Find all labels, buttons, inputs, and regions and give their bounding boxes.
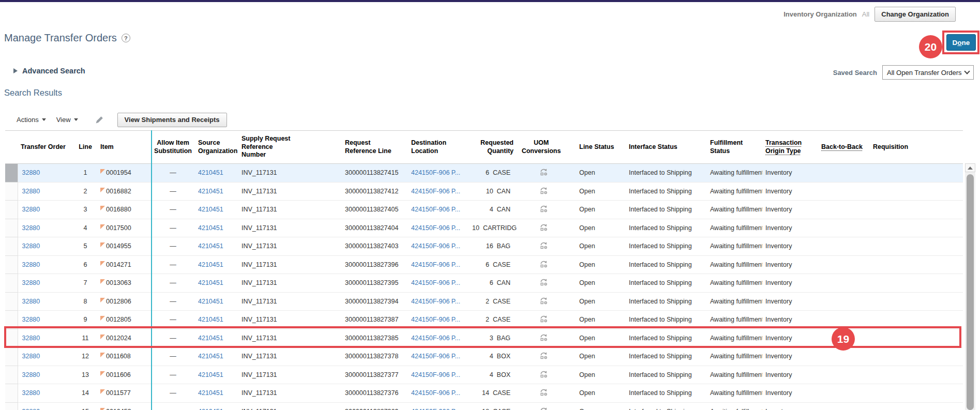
destination-location-link[interactable]: 424150F-906 P... <box>411 206 460 213</box>
row-select-cell[interactable] <box>5 255 18 274</box>
source-organization-link[interactable]: 4210451 <box>198 242 223 250</box>
column-header-requested-quantity[interactable]: Requested Quantity <box>469 131 517 164</box>
column-header-line[interactable]: Line <box>73 131 97 164</box>
column-header-supply-request-reference-number[interactable]: Supply Request Reference Number <box>238 131 342 164</box>
destination-location-link[interactable]: 424150F-906 P... <box>411 188 460 195</box>
row-select-cell[interactable] <box>5 274 18 293</box>
saved-search-select[interactable]: All Open Transfer Orders <box>882 65 974 80</box>
transfer-order-link[interactable]: 32880 <box>22 408 40 410</box>
source-organization-link[interactable]: 4210451 <box>198 353 223 360</box>
help-icon[interactable]: ? <box>122 34 130 42</box>
table-row[interactable]: 3288070013063—4210451INV_117131300000113… <box>5 274 963 293</box>
destination-location-link[interactable]: 424150F-906 P... <box>411 371 460 378</box>
table-row[interactable]: 32880120011608—4210451INV_11713130000011… <box>5 347 963 366</box>
source-organization-link[interactable]: 4210451 <box>198 298 223 305</box>
table-row[interactable]: 3288010001954—4210451INV_117131300000113… <box>5 164 963 183</box>
transfer-order-link[interactable]: 32880 <box>22 298 40 305</box>
column-header-destination-location[interactable]: Destination Location <box>408 131 469 164</box>
row-select-cell[interactable] <box>5 237 18 256</box>
uom-conversion-icon[interactable] <box>539 225 548 233</box>
destination-location-link[interactable]: 424150F-906 P... <box>411 353 460 360</box>
actions-menu[interactable]: Actions <box>17 116 46 124</box>
source-organization-link[interactable]: 4210451 <box>198 389 223 397</box>
uom-conversion-icon[interactable] <box>539 244 548 251</box>
row-select-cell[interactable] <box>5 402 18 410</box>
source-organization-link[interactable]: 4210451 <box>198 169 223 176</box>
source-organization-link[interactable]: 4210451 <box>198 408 223 410</box>
transfer-order-link[interactable]: 32880 <box>22 261 40 268</box>
view-shipments-receipts-button[interactable]: View Shipments and Receipts <box>117 113 227 127</box>
column-header-transaction-origin-type[interactable]: Transaction Origin Type <box>762 131 818 164</box>
transfer-order-link[interactable]: 32880 <box>22 224 40 232</box>
uom-conversion-icon[interactable] <box>539 280 548 287</box>
transfer-order-link[interactable]: 32880 <box>22 279 40 286</box>
column-header-interface-status[interactable]: Interface Status <box>617 131 703 164</box>
row-select-cell[interactable] <box>5 347 18 366</box>
scrollbar-thumb[interactable] <box>967 174 974 410</box>
table-row[interactable]: 32880140011577—4210451INV_11713130000011… <box>5 384 963 403</box>
uom-conversion-icon[interactable] <box>539 354 548 361</box>
row-select-cell[interactable] <box>5 201 18 219</box>
destination-location-link[interactable]: 424150F-906 P... <box>411 224 460 232</box>
destination-location-link[interactable]: 424150F-906 P... <box>411 242 460 250</box>
uom-conversion-icon[interactable] <box>539 189 548 196</box>
table-row[interactable]: 3288030016880—4210451INV_117131300000113… <box>5 201 963 219</box>
transfer-order-link[interactable]: 32880 <box>22 188 40 195</box>
source-organization-link[interactable]: 4210451 <box>198 316 223 323</box>
row-select-cell[interactable] <box>5 182 18 201</box>
destination-location-link[interactable]: 424150F-906 P... <box>411 298 460 305</box>
transfer-order-link[interactable]: 32880 <box>22 316 40 323</box>
transfer-order-link[interactable]: 32880 <box>22 169 40 176</box>
transfer-order-link[interactable]: 32880 <box>22 389 40 397</box>
destination-location-link[interactable]: 424150F-906 P... <box>411 169 460 176</box>
transfer-order-link[interactable]: 32880 <box>22 353 40 360</box>
column-header-fulfillment-status[interactable]: Fulfillment Status <box>703 131 762 164</box>
source-organization-link[interactable]: 4210451 <box>198 224 223 232</box>
view-menu[interactable]: View <box>56 116 78 124</box>
uom-conversion-icon[interactable] <box>539 170 548 177</box>
column-header-uom-conversions[interactable]: UOM Conversions <box>517 131 566 164</box>
destination-location-link[interactable]: 424150F-906 P... <box>411 279 460 286</box>
vertical-scrollbar[interactable] <box>965 163 975 410</box>
table-row[interactable]: 3288050014955—4210451INV_117131300000113… <box>5 237 963 256</box>
uom-conversion-icon[interactable] <box>539 207 548 214</box>
source-organization-link[interactable]: 4210451 <box>198 279 223 286</box>
scroll-up-button[interactable] <box>965 163 975 172</box>
column-header-allow-item-substitution[interactable]: Allow Item Substitution <box>151 131 195 164</box>
row-select-cell[interactable] <box>5 366 18 384</box>
source-organization-link[interactable]: 4210451 <box>198 206 223 213</box>
edit-pencil-icon[interactable] <box>95 115 104 125</box>
column-header-requisition[interactable]: Requisition <box>870 131 919 164</box>
destination-location-link[interactable]: 424150F-906 P... <box>411 408 460 410</box>
uom-conversion-icon[interactable] <box>539 372 548 379</box>
table-row[interactable]: 3288040017500—4210451INV_117131300000113… <box>5 219 963 237</box>
source-organization-link[interactable]: 4210451 <box>198 261 223 268</box>
uom-conversion-icon[interactable] <box>539 299 548 306</box>
source-organization-link[interactable]: 4210451 <box>198 188 223 195</box>
column-header-line-status[interactable]: Line Status <box>566 131 617 164</box>
table-row[interactable]: 3288060014271—4210451INV_117131300000113… <box>5 255 963 274</box>
uom-conversion-icon[interactable] <box>539 262 548 269</box>
transfer-order-link[interactable]: 32880 <box>22 371 40 378</box>
column-header-source-organization[interactable]: Source Organization <box>195 131 238 164</box>
uom-conversion-icon[interactable] <box>539 317 548 324</box>
destination-location-link[interactable]: 424150F-906 P... <box>411 261 460 268</box>
table-row[interactable]: 3288020016882—4210451INV_117131300000113… <box>5 182 963 201</box>
destination-location-link[interactable]: 424150F-906 P... <box>411 316 460 323</box>
column-header-request-reference-line[interactable]: Request Reference Line <box>342 131 408 164</box>
column-header-back-to-back[interactable]: Back-to-Back <box>818 131 870 164</box>
transfer-order-link[interactable]: 32880 <box>22 242 40 250</box>
row-select-cell[interactable] <box>5 384 18 403</box>
table-row[interactable]: 32880150010453—4210451INV_11713130000011… <box>5 402 963 410</box>
table-row[interactable]: 3288080012806—4210451INV_117131300000113… <box>5 292 963 311</box>
advanced-search-toggle[interactable]: Advanced Search <box>13 67 85 75</box>
uom-conversion-icon[interactable] <box>539 390 548 398</box>
change-organization-button[interactable]: Change Organization <box>875 7 956 22</box>
row-select-cell[interactable] <box>5 219 18 237</box>
source-organization-link[interactable]: 4210451 <box>198 371 223 378</box>
column-header-item[interactable]: Item <box>97 131 151 164</box>
destination-location-link[interactable]: 424150F-906 P... <box>411 389 460 397</box>
row-select-cell[interactable] <box>5 292 18 311</box>
table-row[interactable]: 32880130011606—4210451INV_11713130000011… <box>5 366 963 384</box>
row-select-cell[interactable] <box>5 164 18 183</box>
